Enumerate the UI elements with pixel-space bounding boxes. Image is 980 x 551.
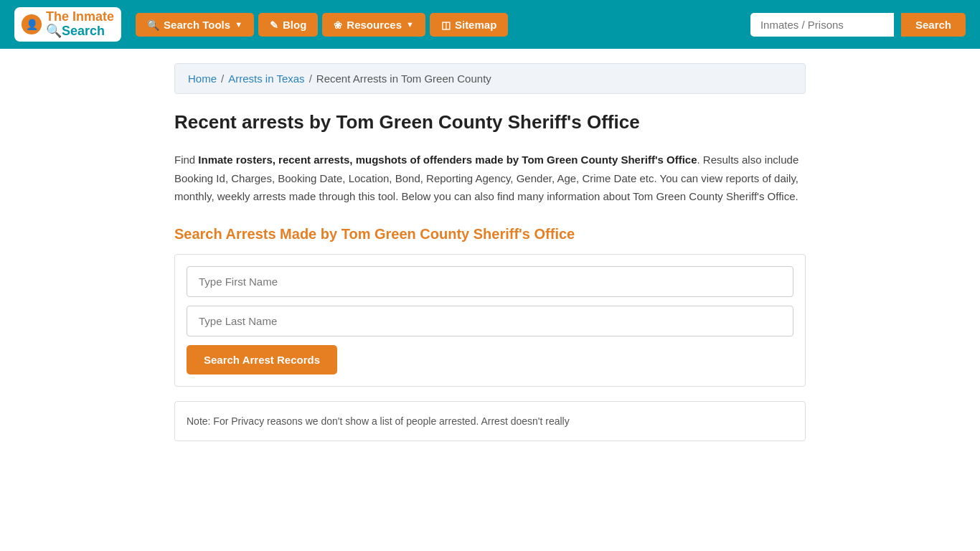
search-tools-button[interactable]: Search Tools ▼: [136, 13, 254, 37]
logo-icon: 👤: [22, 14, 42, 34]
sitemap-icon: [441, 19, 451, 31]
blog-label: Blog: [283, 19, 306, 31]
breadcrumb-sep-1: /: [221, 72, 224, 85]
resources-chevron: ▼: [406, 20, 414, 29]
resources-label: Resources: [347, 19, 402, 31]
description-bold: Inmate rosters, recent arrests, mugshots…: [198, 154, 697, 166]
header-search-button[interactable]: Search: [901, 13, 966, 37]
search-form: Search Arrest Records: [174, 254, 806, 387]
note-text: Note: For Privacy reasons we don't show …: [187, 413, 793, 429]
sitemap-label: Sitemap: [455, 19, 496, 31]
search-tools-icon: [147, 19, 159, 31]
last-name-input[interactable]: [187, 306, 793, 336]
search-records-label: Search Arrest Records: [204, 354, 320, 366]
first-name-input[interactable]: [187, 266, 793, 297]
breadcrumb: Home / Arrests in Texas / Recent Arrests…: [188, 72, 792, 85]
breadcrumb-current: Recent Arrests in Tom Green County: [316, 72, 491, 85]
blog-button[interactable]: Blog: [258, 13, 318, 37]
main-content: Home / Arrests in Texas / Recent Arrests…: [160, 49, 820, 456]
search-arrest-records-button[interactable]: Search Arrest Records: [187, 345, 337, 375]
search-tools-label: Search Tools: [164, 19, 230, 31]
description-intro: Find: [174, 154, 198, 166]
note-section: Note: For Privacy reasons we don't show …: [174, 401, 806, 441]
page-title: Recent arrests by Tom Green County Sheri…: [174, 111, 806, 133]
breadcrumb-home[interactable]: Home: [188, 72, 217, 85]
breadcrumb-arrests-texas[interactable]: Arrests in Texas: [228, 72, 304, 85]
resources-button[interactable]: Resources ▼: [322, 13, 425, 37]
header-search-input[interactable]: [750, 13, 894, 37]
resources-icon: [334, 19, 342, 31]
breadcrumb-sep-2: /: [309, 72, 312, 85]
site-header: 👤 The Inmate🔍Search Search Tools ▼ Blog …: [0, 0, 980, 49]
site-logo[interactable]: 👤 The Inmate🔍Search: [14, 7, 121, 42]
search-tools-chevron: ▼: [235, 20, 242, 29]
search-section-title: Search Arrests Made by Tom Green County …: [174, 226, 806, 242]
main-nav: Search Tools ▼ Blog Resources ▼ Sitemap: [136, 13, 750, 37]
breadcrumb-container: Home / Arrests in Texas / Recent Arrests…: [174, 63, 806, 94]
blog-icon: [270, 19, 278, 31]
sitemap-button[interactable]: Sitemap: [430, 13, 508, 37]
page-description: Find Inmate rosters, recent arrests, mug…: [174, 151, 806, 206]
logo-text: The Inmate🔍Search: [46, 10, 114, 39]
header-search-label: Search: [915, 19, 951, 31]
header-search: Search: [750, 13, 966, 37]
